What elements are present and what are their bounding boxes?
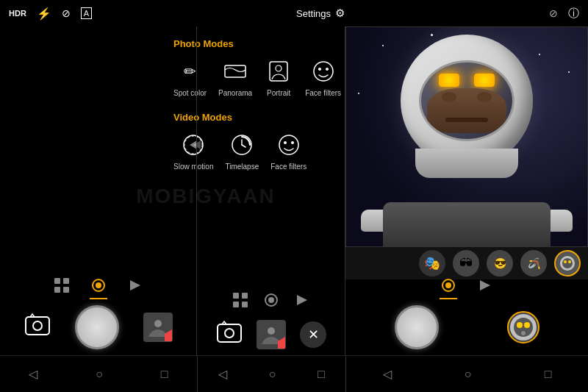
settings-gear-icon[interactable]: ⚙ bbox=[335, 7, 345, 20]
helmet-neck bbox=[415, 149, 518, 178]
svg-line-10 bbox=[242, 145, 245, 147]
svg-marker-36 bbox=[297, 295, 307, 305]
svg-point-47 bbox=[517, 322, 523, 328]
bottom-mid-controls: ✕ bbox=[197, 314, 345, 355]
svg-point-13 bbox=[291, 141, 294, 144]
svg-rect-30 bbox=[233, 293, 239, 299]
spot-color-label: Spot color bbox=[173, 89, 207, 97]
active-tab-indicator-right bbox=[440, 298, 457, 299]
shutter-button-left[interactable] bbox=[75, 305, 119, 349]
svg-point-3 bbox=[314, 62, 333, 81]
nav-back-left[interactable]: ◁ bbox=[29, 367, 37, 381]
svg-point-43 bbox=[445, 282, 451, 288]
bottom-mid-section: ✕ bbox=[197, 289, 345, 355]
nav-home-right[interactable]: ○ bbox=[465, 368, 472, 381]
mode-panorama[interactable]: Panorama bbox=[218, 58, 252, 97]
bottom-left-section bbox=[0, 274, 197, 355]
svg-point-15 bbox=[562, 258, 573, 268]
active-tab-indicator-left bbox=[90, 298, 107, 299]
camera-switch-icon-left[interactable] bbox=[24, 313, 51, 342]
nav-recent-right[interactable]: □ bbox=[545, 368, 552, 381]
filter-emoji-icon[interactable]: 🎭 bbox=[419, 250, 445, 277]
close-button-mid[interactable]: ✕ bbox=[300, 321, 326, 348]
helmet-visor bbox=[419, 60, 514, 141]
info-icon[interactable]: ⓘ bbox=[568, 7, 579, 21]
flash-icon[interactable]: ⚡ bbox=[37, 7, 51, 21]
camera-switch-icon-mid[interactable] bbox=[216, 320, 243, 349]
hdr-icon[interactable]: HDR bbox=[9, 9, 26, 18]
top-bar: HDR ⚡ ⊘ A Settings ⚙ ⊘ ⓘ bbox=[0, 0, 588, 26]
mode-face-filters-video[interactable]: Face filters bbox=[270, 132, 306, 171]
close-icon: ✕ bbox=[308, 327, 319, 343]
bottom-left-controls bbox=[0, 299, 197, 355]
nav-section-right: ◁ ○ □ bbox=[345, 355, 588, 392]
svg-point-23 bbox=[96, 282, 101, 288]
nav-recent-left[interactable]: □ bbox=[161, 368, 168, 381]
portrait-icon bbox=[264, 58, 293, 85]
thumbnail-mid[interactable] bbox=[257, 320, 286, 349]
settings-label: Settings bbox=[296, 8, 331, 19]
tab-grid-left[interactable] bbox=[54, 277, 70, 296]
mode-portrait[interactable]: Portrait bbox=[264, 58, 293, 97]
bottom-right-section bbox=[345, 274, 588, 355]
svg-rect-21 bbox=[63, 287, 69, 293]
thumbnail-left[interactable] bbox=[143, 313, 173, 342]
top-bar-center: Settings ⚙ bbox=[296, 7, 345, 20]
svg-rect-19 bbox=[63, 278, 69, 284]
svg-point-38 bbox=[225, 329, 234, 338]
face-filters-photo-icon bbox=[309, 58, 338, 85]
bottom-mid-tabs bbox=[197, 289, 345, 314]
bottom-left-tabs bbox=[0, 274, 197, 299]
svg-marker-44 bbox=[480, 280, 490, 291]
mode-timelapse[interactable]: Timelapse bbox=[225, 132, 259, 171]
panorama-label: Panorama bbox=[218, 89, 252, 97]
nav-back-mid[interactable]: ◁ bbox=[218, 367, 227, 381]
tab-video-right[interactable] bbox=[477, 277, 493, 296]
svg-point-4 bbox=[318, 68, 321, 71]
helmet-body bbox=[401, 35, 533, 167]
filter-cool-glasses-icon[interactable]: 😎 bbox=[487, 250, 513, 277]
body-torso bbox=[383, 202, 551, 246]
tab-video-left[interactable] bbox=[127, 277, 143, 296]
tab-camera-mid[interactable] bbox=[263, 292, 279, 311]
text-mode-icon[interactable]: A bbox=[81, 7, 92, 19]
shutter-button-right[interactable] bbox=[395, 305, 439, 349]
svg-point-16 bbox=[564, 260, 567, 263]
nav-section-mid: ◁ ○ □ bbox=[197, 355, 345, 392]
mode-slow-motion[interactable]: Slow motion bbox=[173, 132, 213, 171]
nav-back-right[interactable]: ◁ bbox=[383, 367, 392, 381]
tab-camera-right[interactable] bbox=[440, 277, 456, 296]
tab-grid-mid[interactable] bbox=[232, 292, 248, 311]
timer-icon[interactable]: ⊘ bbox=[62, 7, 71, 19]
portrait-label: Portrait bbox=[267, 89, 290, 97]
mode-face-filters-photo[interactable]: Face filters bbox=[305, 58, 341, 97]
filter-astronaut-icon[interactable] bbox=[554, 250, 581, 277]
svg-marker-24 bbox=[130, 280, 140, 291]
helmet-overlay bbox=[393, 35, 540, 196]
preview-background bbox=[346, 27, 587, 246]
modes-panel: Photo Modes ✏ Spot color Panorama bbox=[162, 26, 338, 197]
helmet-eye-right bbox=[474, 74, 495, 87]
nav-home-left[interactable]: ○ bbox=[96, 368, 103, 381]
mode-spot-color[interactable]: ✏ Spot color bbox=[173, 58, 207, 97]
svg-point-35 bbox=[268, 297, 274, 303]
svg-rect-31 bbox=[242, 293, 248, 299]
bottom-right-tabs bbox=[345, 274, 588, 299]
camera-flip-icon[interactable]: ⊘ bbox=[549, 7, 558, 19]
top-bar-left: HDR ⚡ ⊘ A bbox=[9, 7, 92, 21]
astronaut-filter-thumb[interactable] bbox=[507, 311, 539, 343]
camera-preview bbox=[345, 26, 588, 247]
filter-feather-icon[interactable]: 🪃 bbox=[520, 250, 547, 277]
svg-rect-33 bbox=[242, 302, 248, 307]
filter-sunglasses-icon[interactable]: 🕶 bbox=[453, 250, 479, 277]
svg-point-48 bbox=[524, 322, 530, 328]
panorama-icon bbox=[220, 58, 250, 85]
tab-video-mid[interactable] bbox=[294, 292, 310, 311]
slow-motion-icon bbox=[179, 132, 208, 158]
nav-home-mid[interactable]: ○ bbox=[269, 368, 276, 381]
nav-recent-mid[interactable]: □ bbox=[318, 368, 325, 381]
nav-bar: ◁ ○ □ ◁ ○ □ ◁ ○ □ bbox=[0, 355, 588, 392]
top-bar-right: ⊘ ⓘ bbox=[549, 7, 579, 21]
tab-camera-left[interactable] bbox=[90, 277, 107, 296]
face-filters-video-icon bbox=[274, 132, 304, 158]
